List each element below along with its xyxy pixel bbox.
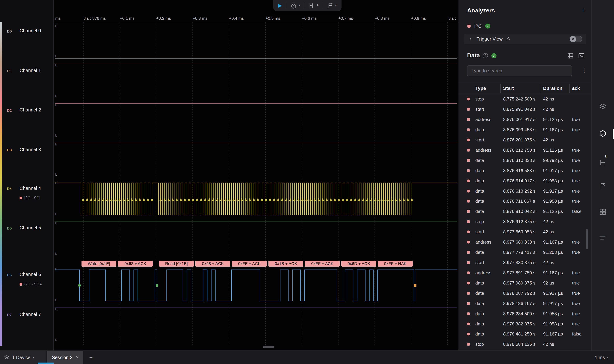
data-table-row[interactable]: data8.977 778 417 s91.208 µstrue: [458, 247, 591, 258]
data-table-row[interactable]: address8.977 891 750 s91.167 µstrue: [458, 268, 591, 278]
analyzer-color-bullet: [467, 261, 470, 264]
close-icon[interactable]: ✕: [76, 355, 79, 360]
channel-name-label[interactable]: Channel 2: [20, 107, 41, 113]
data-table-row[interactable]: data8.876 416 583 s91.917 µstrue: [458, 166, 591, 176]
new-tab-button[interactable]: +: [89, 354, 93, 361]
analyzers-panel-button[interactable]: [598, 129, 607, 138]
channel-name-label[interactable]: Channel 6: [20, 272, 41, 277]
cell-type: data: [475, 301, 484, 306]
column-start[interactable]: Start: [503, 86, 514, 91]
channel-id-label: D6: [7, 273, 12, 277]
data-table-row[interactable]: data8.978 087 792 s91.917 µstrue: [458, 288, 591, 299]
list-icon: [599, 234, 607, 242]
cell-ack: true: [572, 291, 580, 296]
measurements-panel-button[interactable]: [598, 158, 607, 167]
analyzer-color-bullet: [467, 292, 470, 295]
restart-condition-marker: [156, 284, 158, 287]
data-table-row[interactable]: data8.876 711 667 s91.958 µstrue: [458, 196, 591, 206]
data-table-row[interactable]: data8.876 099 458 s91.167 µstrue: [458, 125, 591, 135]
trigger-view-row[interactable]: › Trigger View ⚠ ✕: [464, 34, 586, 44]
horizontal-scrollbar[interactable]: [263, 346, 274, 348]
cell-start: 8.977 778 417 s: [503, 250, 536, 255]
chevron-down-icon: ▾: [298, 4, 300, 7]
data-table-row[interactable]: data8.977 989 375 s92 µstrue: [458, 278, 591, 288]
panel-scrollbar[interactable]: [586, 229, 588, 249]
add-measurement-button[interactable]: +: [308, 2, 319, 9]
data-table-row[interactable]: data8.978 481 250 s91.167 µsfalse: [458, 329, 591, 339]
ruler-tick-label: +0.6 ms: [302, 16, 317, 21]
cell-type: stop: [475, 342, 484, 347]
cell-duration: 42 ns: [543, 96, 554, 102]
data-table-row[interactable]: start8.977 669 958 s42 ns: [458, 227, 591, 237]
tab-session-2[interactable]: Session 2 ✕: [47, 351, 83, 364]
play-button[interactable]: ▶: [278, 3, 282, 8]
cell-duration: 42 ns: [543, 260, 554, 265]
data-table-row[interactable]: stop8.775 242 500 s42 ns: [458, 94, 591, 104]
ruler-unit: ms: [55, 16, 61, 21]
cell-duration: 91.917 µs: [543, 291, 563, 296]
timeline-ruler[interactable]: ms 8 s : 876 ms 8 s : +0.1 ms+0.2 ms+0.3…: [54, 15, 458, 22]
column-type[interactable]: Type: [475, 86, 486, 91]
data-table-row[interactable]: data8.876 810 042 s91.125 µsfalse: [458, 206, 591, 217]
analyzer-color-bullet: [467, 128, 470, 131]
trigger-view-toggle[interactable]: ✕: [570, 36, 582, 42]
data-table-row[interactable]: address8.876 001 917 s91.125 µstrue: [458, 114, 591, 125]
ruler-tick-label: +0.9 ms: [411, 16, 426, 21]
analyzer-color-bullet: [467, 149, 470, 152]
ruler-end-label: 8 s :: [448, 16, 456, 21]
add-analyzer-button[interactable]: +: [582, 7, 586, 14]
terminal-view-button[interactable]: [578, 52, 585, 61]
data-table-row[interactable]: data8.978 284 500 s91.958 µstrue: [458, 309, 591, 319]
table-view-button[interactable]: [567, 52, 574, 61]
cell-ack: true: [572, 158, 580, 163]
timer-mode-button[interactable]: ▾: [290, 2, 300, 9]
column-ack[interactable]: ack: [572, 86, 580, 91]
channel-name-label[interactable]: Channel 3: [20, 147, 41, 152]
cell-type: stop: [475, 96, 484, 102]
triggers-panel-button[interactable]: [598, 181, 607, 191]
data-table-row[interactable]: data8.876 613 292 s91.917 µstrue: [458, 186, 591, 196]
data-table-row[interactable]: start8.876 201 875 s42 ns: [458, 135, 591, 145]
capture-panel-button[interactable]: [598, 102, 607, 111]
waveform-canvas[interactable]: [0, 0, 458, 351]
cell-start: 8.977 680 833 s: [503, 240, 536, 245]
analyzer-item-i2c[interactable]: I2C ✓: [458, 23, 591, 30]
channel-name-label[interactable]: Channel 0: [20, 28, 41, 33]
column-duration[interactable]: Duration: [543, 86, 562, 91]
analyzer-signal-name: I2C - SCL: [24, 196, 41, 200]
active-panel-indicator: [613, 129, 614, 139]
data-table-row[interactable]: stop8.876 912 875 s42 ns: [458, 217, 591, 227]
data-table-row[interactable]: data8.978 186 167 s91.917 µstrue: [458, 299, 591, 309]
kebab-menu-icon[interactable]: ⋮: [581, 67, 587, 74]
search-input[interactable]: [467, 65, 572, 76]
cell-type: data: [475, 291, 484, 296]
analyzer-color-bullet: [467, 169, 470, 172]
analyzer-color-bullet: [467, 312, 470, 315]
trigger-button[interactable]: ▾: [327, 2, 337, 9]
cell-type: data: [475, 168, 484, 173]
flag-icon: [599, 182, 607, 190]
cell-type: data: [475, 209, 484, 214]
timescale-selector[interactable]: 1 ms ▾: [595, 355, 609, 360]
cell-type: data: [475, 127, 484, 132]
cell-start: 8.978 087 792 s: [503, 291, 536, 296]
column-divider: [540, 84, 540, 93]
ruler-tick-label: +0.2 ms: [156, 16, 171, 21]
device-selector[interactable]: 1 Device ▾: [0, 351, 46, 364]
data-table-row[interactable]: data8.876 514 917 s91.958 µstrue: [458, 176, 591, 186]
help-icon[interactable]: ?: [483, 53, 488, 58]
data-table-row[interactable]: data8.978 382 875 s91.958 µstrue: [458, 319, 591, 329]
channel-name-label[interactable]: Channel 4: [20, 186, 41, 191]
channel-analyzer-label: I2C - SDA: [20, 282, 42, 286]
channel-name-label[interactable]: Channel 5: [20, 225, 41, 230]
data-table-row[interactable]: address8.977 680 833 s91.167 µstrue: [458, 237, 591, 247]
data-table-row[interactable]: stop8.978 584 125 s42 ns: [458, 339, 591, 349]
channel-name-label[interactable]: Channel 1: [20, 68, 41, 73]
channel-name-label[interactable]: Channel 7: [20, 312, 41, 317]
data-table-row[interactable]: start8.875 991 042 s42 ns: [458, 104, 591, 114]
data-table-row[interactable]: start8.977 880 875 s42 ns: [458, 258, 591, 268]
data-table-row[interactable]: address8.876 212 750 s91.125 µstrue: [458, 145, 591, 155]
notes-panel-button[interactable]: [598, 233, 607, 243]
extensions-panel-button[interactable]: [598, 207, 607, 217]
data-table-row[interactable]: data8.876 310 333 s99.792 µstrue: [458, 155, 591, 166]
